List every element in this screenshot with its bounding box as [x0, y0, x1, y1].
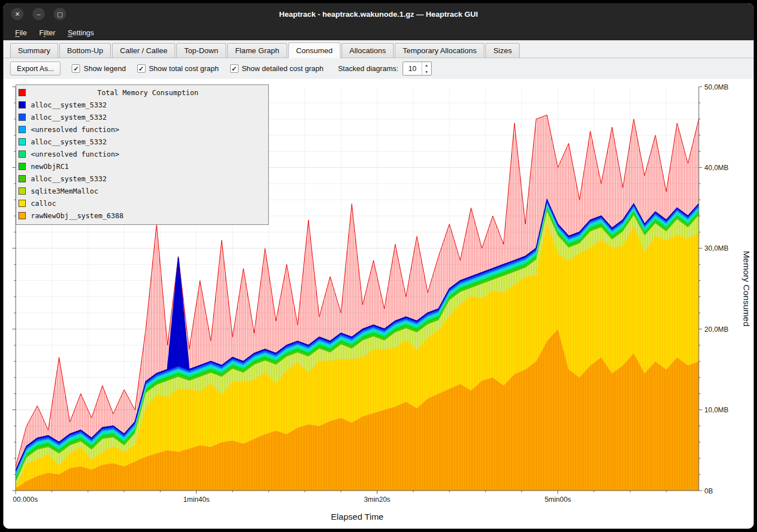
toolbar: Export As... ✓Show legend✓Show total cos…: [3, 58, 754, 79]
tab-flame-graph[interactable]: Flame Graph: [227, 43, 287, 58]
tab-summary[interactable]: Summary: [10, 43, 58, 58]
legend-swatch-icon: [18, 89, 26, 96]
app-window: ✕–▢ Heaptrack - heaptrack.wakunode.1.gz …: [3, 3, 754, 529]
legend-item-label: alloc__system_5332: [31, 101, 106, 109]
close-button[interactable]: ✕: [11, 8, 24, 20]
menu-file[interactable]: File: [10, 26, 32, 39]
legend-swatch-icon: [18, 138, 26, 145]
x-tick-label: 3min20s: [364, 496, 390, 503]
y-tick-label: 0B: [704, 487, 713, 495]
legend-swatch-icon: [18, 150, 26, 158]
menubar: FileFilterSettings: [3, 25, 754, 40]
checkbox-check-icon: ✓: [230, 64, 239, 73]
menu-settings[interactable]: Settings: [63, 26, 99, 39]
legend-item: sqlite3MemMalloc: [18, 185, 265, 197]
tab-temporary-allocations[interactable]: Temporary Allocations: [395, 43, 484, 58]
x-tick-label: 5min00s: [545, 496, 571, 503]
legend-swatch-icon: [18, 126, 26, 133]
legend-item-label: alloc__system_5332: [31, 138, 106, 146]
tab-label: Summary: [18, 46, 50, 55]
y-axis-label: Memory Consumed: [742, 251, 751, 326]
legend-item: newObjRC1: [18, 160, 265, 172]
checkbox-show-legend[interactable]: ✓Show legend: [72, 64, 125, 73]
tab-bottom-up[interactable]: Bottom-Up: [59, 43, 111, 58]
checkbox-show-detailed-cost-graph[interactable]: ✓Show detailed cost graph: [230, 64, 324, 73]
tab-caller-callee[interactable]: Caller / Callee: [112, 43, 175, 58]
y-tick-label: 30,0MB: [704, 244, 728, 252]
spinner-down-icon[interactable]: ▼: [422, 69, 431, 76]
checkbox-label: Show legend: [83, 64, 125, 73]
menu-filter[interactable]: Filter: [34, 26, 60, 39]
export-as-button[interactable]: Export As...: [10, 62, 60, 76]
tab-bar: SummaryBottom-UpCaller / CalleeTop-DownF…: [3, 40, 754, 58]
tab-label: Temporary Allocations: [403, 46, 476, 55]
checkbox-label: Show detailed cost graph: [242, 64, 324, 73]
checkbox-show-total-cost-graph[interactable]: ✓Show total cost graph: [137, 64, 219, 73]
tab-label: Caller / Callee: [120, 46, 167, 55]
legend-item: calloc: [18, 197, 265, 209]
legend-swatch-icon: [18, 212, 26, 219]
legend-item-label: newObjRC1: [31, 162, 69, 171]
minimize-button[interactable]: –: [32, 8, 45, 20]
checkbox-label: Show total cost graph: [149, 64, 219, 73]
titlebar: ✕–▢ Heaptrack - heaptrack.wakunode.1.gz …: [3, 3, 754, 25]
legend-item-label: alloc__system_5332: [31, 175, 106, 183]
legend-item-label: <unresolved function>: [31, 125, 119, 134]
tab-sizes[interactable]: Sizes: [485, 43, 520, 58]
spinner-buttons: ▲ ▼: [422, 62, 431, 75]
legend-swatch-icon: [18, 175, 26, 182]
checkbox-check-icon: ✓: [137, 64, 146, 73]
stacked-diagrams-label: Stacked diagrams:: [338, 64, 399, 73]
legend-item: alloc__system_5332: [18, 172, 265, 185]
legend-item: alloc__system_5332: [18, 98, 265, 111]
tab-consumed[interactable]: Consumed: [288, 43, 340, 58]
legend-item-label: alloc__system_5332: [31, 113, 106, 121]
tab-top-down[interactable]: Top-Down: [176, 43, 226, 58]
legend-swatch-icon: [18, 101, 26, 109]
legend-swatch-icon: [18, 187, 26, 195]
x-tick-label: 1min40s: [183, 496, 209, 503]
tab-label: Allocations: [349, 46, 386, 55]
legend-swatch-icon: [18, 114, 26, 121]
stacked-diagrams-value: 10: [403, 62, 421, 75]
tab-label: Consumed: [296, 46, 333, 55]
legend-item: alloc__system_5332: [18, 135, 265, 148]
tab-label: Bottom-Up: [67, 46, 104, 55]
x-axis-label: Elapsed Time: [331, 512, 384, 521]
window-title: Heaptrack - heaptrack.wakunode.1.gz — He…: [3, 10, 754, 18]
x-tick-label: 00.000s: [13, 496, 38, 503]
legend-swatch-icon: [18, 163, 26, 170]
y-tick-label: 50,0MB: [704, 83, 728, 91]
legend-item-label: sqlite3MemMalloc: [31, 187, 98, 195]
checkbox-group: ✓Show legend✓Show total cost graph✓Show …: [72, 64, 323, 73]
y-tick-label: 40,0MB: [704, 164, 728, 172]
chart-area[interactable]: 0B10,0MB20,0MB30,0MB40,0MB50,0MB00.000s1…: [3, 79, 754, 529]
legend-item-label: <unresolved function>: [31, 150, 119, 158]
tab-label: Flame Graph: [235, 46, 279, 55]
legend-swatch-icon: [18, 200, 26, 207]
y-tick-label: 10,0MB: [704, 406, 728, 414]
chart-legend: Total Memory Consumptionalloc__system_53…: [16, 84, 269, 225]
legend-item: <unresolved function>: [18, 148, 265, 160]
legend-item: rawNewObj__system_6388: [18, 209, 265, 222]
stacked-diagrams-spinner[interactable]: 10 ▲ ▼: [403, 62, 431, 76]
legend-item-label: rawNewObj__system_6388: [31, 211, 124, 220]
tab-label: Sizes: [493, 46, 512, 55]
maximize-button[interactable]: ▢: [54, 8, 66, 20]
legend-item: <unresolved function>: [18, 123, 265, 135]
legend-title-row: Total Memory Consumption: [18, 86, 265, 98]
legend-title-text: Total Memory Consumption: [31, 88, 265, 97]
y-tick-label: 20,0MB: [704, 326, 728, 333]
legend-item-label: calloc: [31, 199, 56, 208]
window-controls: ✕–▢: [11, 8, 66, 20]
tab-label: Top-Down: [184, 46, 218, 55]
checkbox-check-icon: ✓: [72, 64, 80, 73]
tab-allocations[interactable]: Allocations: [342, 43, 394, 58]
spinner-up-icon[interactable]: ▲: [422, 62, 431, 69]
stacked-diagrams-group: Stacked diagrams: 10 ▲ ▼: [338, 62, 432, 76]
legend-item: alloc__system_5332: [18, 111, 265, 123]
